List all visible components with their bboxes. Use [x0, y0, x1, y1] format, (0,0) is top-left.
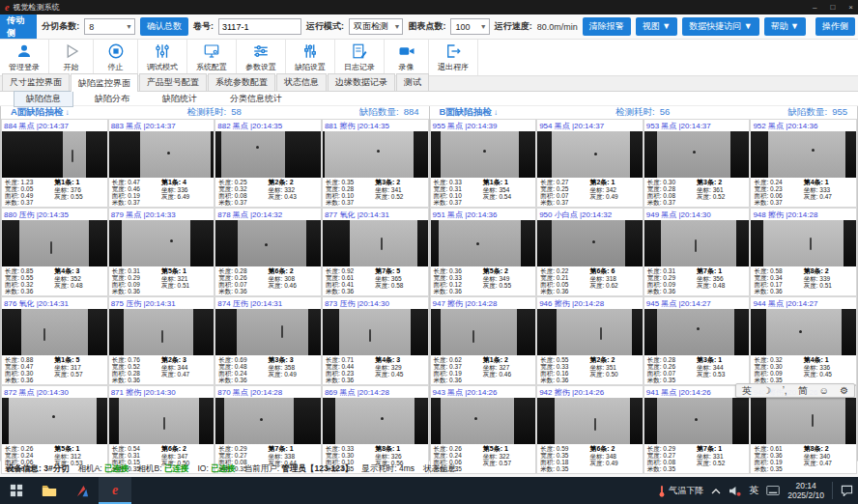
- defect-thumbnail[interactable]: [323, 309, 428, 355]
- drive-side-tag[interactable]: 传动侧: [0, 14, 37, 39]
- volume-icon[interactable]: [729, 486, 741, 496]
- close-button[interactable]: ×: [848, 3, 853, 12]
- admin-login-button[interactable]: 管理登录: [0, 40, 49, 75]
- defect-cell[interactable]: 876 氧化 |20:14:31长度: 0.88宽度: 0.47面积: 0.30…: [1, 296, 108, 385]
- defect-thumbnail[interactable]: [431, 131, 536, 178]
- param-settings-button[interactable]: 参数设置: [237, 40, 286, 75]
- defect-cell[interactable]: 871 擦伤 |20:14:30长度: 0.54宽度: 0.31面积: 0.15…: [108, 385, 215, 474]
- view-menu-button[interactable]: 视图 ▼: [636, 17, 677, 36]
- run-mode-select[interactable]: 双面检测▼: [349, 18, 403, 35]
- defect-cell[interactable]: 951 黑点 |20:14:36长度: 0.36宽度: 0.33面积: 0.12…: [430, 208, 537, 296]
- defect-thumbnail[interactable]: [323, 398, 428, 444]
- main-tab[interactable]: 产品型号配置: [139, 73, 207, 91]
- defect-cell[interactable]: 870 黑点 |20:14:28长度: 0.29宽度: 0.27面积: 0.08…: [214, 385, 322, 474]
- defect-thumbnail[interactable]: [2, 398, 107, 444]
- defect-settings-button[interactable]: 缺陷设置: [286, 40, 335, 75]
- defect-cell[interactable]: 877 氧化 |20:14:31长度: 0.92宽度: 0.61面积: 0.41…: [322, 208, 429, 296]
- weather-tray-item[interactable]: 气温下降: [658, 485, 703, 497]
- sub-tab[interactable]: 分类信息统计: [218, 92, 294, 106]
- defect-cell[interactable]: 948 擦伤 |20:14:28长度: 0.58宽度: 0.34面积: 0.17…: [750, 208, 857, 296]
- defect-thumbnail[interactable]: [751, 131, 856, 178]
- exit-program-button[interactable]: 退出程序: [429, 40, 478, 75]
- language-indicator[interactable]: 英: [749, 484, 758, 497]
- action-center-icon[interactable]: [841, 485, 853, 496]
- main-tab[interactable]: 系统参数配置: [208, 73, 275, 91]
- defect-cell[interactable]: 875 压伤 |20:14:31长度: 0.76宽度: 0.52面积: 0.28…: [108, 296, 215, 385]
- defect-thumbnail[interactable]: [431, 309, 536, 355]
- ime-simplified-indicator[interactable]: 简: [798, 384, 808, 398]
- defect-cell[interactable]: 942 擦伤 |20:14:26长度: 0.59宽度: 0.35面积: 0.18…: [536, 385, 644, 474]
- log-record-button[interactable]: 日志记录: [335, 40, 385, 75]
- sub-tab[interactable]: 缺陷信息: [14, 91, 73, 107]
- defect-thumbnail[interactable]: [109, 131, 214, 178]
- defect-thumbnail[interactable]: [109, 309, 214, 355]
- main-tab[interactable]: 缺陷监控界面: [71, 73, 138, 92]
- defect-cell[interactable]: 878 黑点 |20:14:32长度: 0.28宽度: 0.26面积: 0.07…: [214, 208, 322, 296]
- defect-thumbnail[interactable]: [215, 220, 321, 266]
- data-quick-access-button[interactable]: 数据快捷访问 ▼: [682, 17, 758, 36]
- stop-button[interactable]: 停止: [94, 40, 138, 75]
- sort-arrow-icon[interactable]: ↓: [494, 108, 498, 117]
- defect-cell[interactable]: 869 黑点 |20:14:28长度: 0.33宽度: 0.30面积: 0.10…: [322, 385, 429, 474]
- main-tab[interactable]: 状态信息: [276, 73, 327, 91]
- defect-thumbnail[interactable]: [644, 131, 750, 178]
- defect-cell[interactable]: 943 黑点 |20:14:26长度: 0.26宽度: 0.24面积: 0.06…: [430, 385, 537, 474]
- defect-cell[interactable]: 954 黑点 |20:14:37长度: 0.27宽度: 0.25面积: 0.07…: [536, 119, 644, 208]
- defect-thumbnail[interactable]: [537, 309, 643, 355]
- inspection-app-button[interactable]: e: [99, 477, 131, 504]
- defect-thumbnail[interactable]: [751, 309, 856, 355]
- main-tab[interactable]: 测试: [396, 73, 429, 91]
- defect-thumbnail[interactable]: [215, 398, 321, 444]
- defect-cell[interactable]: 941 黑点 |20:14:26长度: 0.29宽度: 0.27面积: 0.08…: [644, 385, 751, 474]
- defect-thumbnail[interactable]: [323, 131, 428, 178]
- defect-cell[interactable]: 883 黑点 |20:14:37长度: 0.47宽度: 0.46面积: 0.19…: [108, 119, 215, 208]
- defect-thumbnail[interactable]: [644, 309, 750, 355]
- record-video-button[interactable]: 录像: [385, 40, 429, 75]
- defect-thumbnail[interactable]: [431, 398, 536, 444]
- main-tab[interactable]: 尺寸监控界面: [2, 73, 70, 91]
- defect-thumbnail[interactable]: [215, 309, 321, 355]
- ime-emoji-icon[interactable]: ☺: [819, 385, 829, 396]
- defect-cell[interactable]: 879 黑点 |20:14:33长度: 0.31宽度: 0.29面积: 0.09…: [108, 208, 215, 296]
- defect-thumbnail[interactable]: [2, 131, 107, 178]
- ime-lang-indicator[interactable]: 英: [742, 384, 752, 398]
- defect-cell[interactable]: 955 黑点 |20:14:39长度: 0.33宽度: 0.31面积: 0.10…: [430, 119, 537, 208]
- defect-cell[interactable]: 953 黑点 |20:14:37长度: 0.30宽度: 0.28面积: 0.08…: [644, 119, 751, 208]
- defect-thumbnail[interactable]: [644, 220, 750, 266]
- start-button[interactable]: [0, 477, 33, 504]
- defect-thumbnail[interactable]: [751, 398, 856, 444]
- defect-cell[interactable]: 884 黑点 |20:14:37长度: 1.23宽度: 0.05面积: 0.49…: [1, 119, 108, 208]
- ime-settings-icon[interactable]: ⚙: [840, 385, 848, 396]
- defect-thumbnail[interactable]: [2, 220, 107, 266]
- defect-cell[interactable]: 881 擦伤 |20:14:35长度: 0.35宽度: 0.28面积: 0.10…: [322, 119, 429, 208]
- defect-cell[interactable]: 874 压伤 |20:14:31长度: 0.69宽度: 0.48面积: 0.24…: [214, 296, 322, 385]
- defect-thumbnail[interactable]: [537, 398, 643, 444]
- defect-cell[interactable]: 880 压伤 |20:14:35长度: 0.85宽度: 0.55面积: 0.32…: [1, 208, 108, 296]
- defect-cell[interactable]: 872 黑点 |20:14:30长度: 0.26宽度: 0.24面积: 0.06…: [1, 385, 108, 474]
- sub-tab[interactable]: 缺陷分布: [83, 92, 141, 106]
- defect-thumbnail[interactable]: [109, 398, 214, 444]
- defect-cell[interactable]: 952 黑点 |20:14:36长度: 0.24宽度: 0.23面积: 0.06…: [750, 119, 857, 208]
- defect-cell[interactable]: 882 黑点 |20:14:35长度: 0.25宽度: 0.32面积: 0.08…: [214, 119, 322, 208]
- defect-thumbnail[interactable]: [537, 131, 643, 178]
- defect-cell[interactable]: 944 黑点 |20:14:27长度: 0.32宽度: 0.30面积: 0.09…: [750, 296, 857, 385]
- confirm-total-button[interactable]: 确认总数: [140, 17, 188, 36]
- app-shortcut-button[interactable]: [66, 477, 99, 504]
- sub-tab[interactable]: 缺陷统计: [151, 92, 209, 106]
- defect-thumbnail[interactable]: [215, 131, 321, 178]
- defect-cell[interactable]: 950 小白点 |20:14:32长度: 0.22宽度: 0.21面积: 0.0…: [536, 208, 644, 296]
- help-menu-button[interactable]: 帮助 ▼: [764, 17, 806, 36]
- defect-thumbnail[interactable]: [537, 220, 643, 266]
- defect-cell[interactable]: 940 擦伤 |20:14:26长度: 0.61宽度: 0.36面积: 0.19…: [750, 385, 857, 474]
- debug-mode-button[interactable]: 调试模式: [138, 40, 187, 75]
- keyboard-icon[interactable]: [766, 486, 780, 495]
- defect-cell[interactable]: 945 黑点 |20:14:27长度: 0.28宽度: 0.26面积: 0.07…: [644, 296, 751, 385]
- chart-points-select[interactable]: 100▼: [450, 18, 489, 35]
- defect-thumbnail[interactable]: [751, 220, 856, 266]
- ime-punctuation-icon[interactable]: ’,: [783, 385, 787, 396]
- file-explorer-button[interactable]: [33, 477, 66, 504]
- defect-thumbnail[interactable]: [109, 220, 214, 266]
- defect-cell[interactable]: 946 擦伤 |20:14:28长度: 0.55宽度: 0.33面积: 0.16…: [536, 296, 644, 385]
- operate-side-button[interactable]: 操作侧: [815, 17, 855, 36]
- clear-alarm-button[interactable]: 清除报警: [583, 17, 631, 36]
